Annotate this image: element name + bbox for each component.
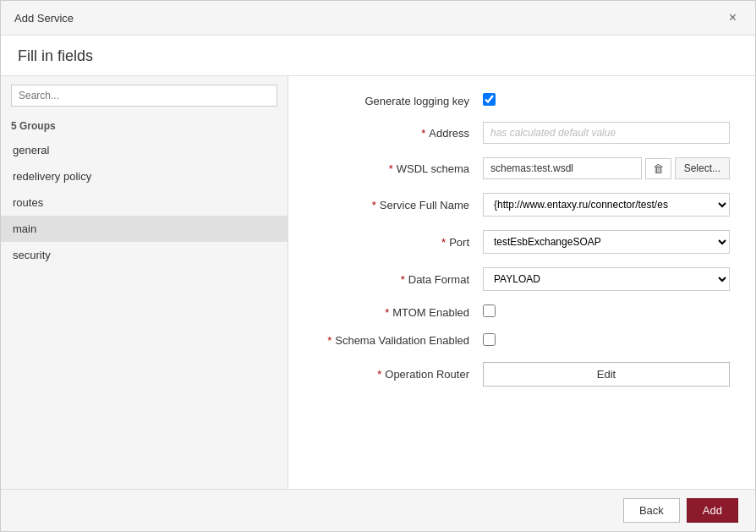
wsdl-delete-button[interactable]: 🗑	[645, 158, 671, 179]
add-service-dialog: Add Service × Fill in fields 5 Groups ge…	[0, 0, 756, 532]
dialog-body: 5 Groups general redelivery policy route…	[1, 76, 755, 489]
wsdl-row: schemas:test.wsdl 🗑 Select...	[483, 157, 730, 179]
field-generate-logging-key: Generate logging key	[314, 93, 730, 108]
required-star-port: *	[441, 236, 446, 249]
required-star-sve: *	[327, 334, 331, 347]
label-operation-router: *Operation Router	[314, 368, 483, 381]
dialog-subtitle: Fill in fields	[1, 36, 755, 76]
label-address: *Address	[314, 127, 483, 140]
control-schema-validation-enabled	[483, 333, 730, 348]
operation-router-edit-button[interactable]: Edit	[483, 362, 730, 387]
sidebar-item-main[interactable]: main	[1, 216, 288, 242]
control-service-full-name: {http://www.entaxy.ru/connector/test/es	[483, 193, 730, 217]
control-port: testEsbExchangeSOAP	[483, 230, 730, 254]
control-wsdl-schema: schemas:test.wsdl 🗑 Select...	[483, 157, 730, 179]
label-service-full-name: *Service Full Name	[314, 199, 483, 211]
wsdl-value: schemas:test.wsdl	[483, 157, 642, 179]
label-generate-logging-key: Generate logging key	[314, 95, 483, 107]
label-port: *Port	[314, 236, 483, 249]
close-button[interactable]: ×	[724, 9, 742, 26]
dialog-footer: Back Add	[1, 489, 755, 531]
sidebar-item-redelivery-policy[interactable]: redelivery policy	[1, 163, 288, 189]
field-service-full-name: *Service Full Name {http://www.entaxy.ru…	[314, 193, 730, 217]
field-operation-router: *Operation Router Edit	[314, 362, 730, 387]
back-button[interactable]: Back	[623, 498, 680, 523]
label-data-format: *Data Format	[314, 273, 483, 286]
wsdl-select-button[interactable]: Select...	[675, 157, 730, 179]
search-input[interactable]	[11, 85, 277, 107]
required-star-or: *	[377, 368, 381, 381]
address-input[interactable]	[483, 122, 730, 144]
sidebar-item-routes[interactable]: routes	[1, 189, 288, 216]
checkbox-schema-validation-enabled[interactable]	[483, 333, 496, 346]
control-operation-router: Edit	[483, 362, 730, 387]
control-generate-logging-key	[483, 93, 730, 108]
control-data-format: PAYLOAD	[483, 267, 730, 291]
service-full-name-select[interactable]: {http://www.entaxy.ru/connector/test/es	[483, 193, 730, 217]
checkbox-generate-logging-key[interactable]	[483, 93, 496, 106]
required-star-wsdl: *	[389, 162, 393, 175]
field-port: *Port testEsbExchangeSOAP	[314, 230, 730, 254]
required-star-df: *	[401, 273, 405, 286]
field-wsdl-schema: *WSDL schema schemas:test.wsdl 🗑 Select.…	[314, 157, 730, 179]
label-wsdl-schema: *WSDL schema	[314, 162, 483, 175]
port-select[interactable]: testEsbExchangeSOAP	[483, 230, 730, 254]
dialog-header: Add Service ×	[1, 1, 755, 36]
sidebar: 5 Groups general redelivery policy route…	[1, 76, 288, 489]
add-button[interactable]: Add	[687, 498, 738, 523]
required-star-mtom: *	[385, 306, 389, 319]
required-star-address: *	[421, 127, 425, 140]
field-mtom-enabled: *MTOM Enabled	[314, 304, 730, 320]
sidebar-item-general[interactable]: general	[1, 137, 288, 163]
control-address	[483, 122, 730, 144]
field-schema-validation-enabled: *Schema Validation Enabled	[314, 333, 730, 348]
main-content: Generate logging key *Address *WSDL sche…	[288, 76, 755, 489]
field-address: *Address	[314, 122, 730, 144]
field-data-format: *Data Format PAYLOAD	[314, 267, 730, 291]
checkbox-mtom-enabled[interactable]	[483, 304, 496, 317]
dialog-title: Add Service	[14, 12, 74, 25]
search-box	[11, 85, 277, 107]
data-format-select[interactable]: PAYLOAD	[483, 267, 730, 291]
sidebar-item-security[interactable]: security	[1, 242, 288, 268]
required-star-sfn: *	[372, 199, 376, 211]
label-schema-validation-enabled: *Schema Validation Enabled	[314, 334, 483, 348]
label-mtom-enabled: *MTOM Enabled	[314, 306, 483, 319]
groups-label: 5 Groups	[1, 115, 288, 137]
control-mtom-enabled	[483, 304, 730, 320]
